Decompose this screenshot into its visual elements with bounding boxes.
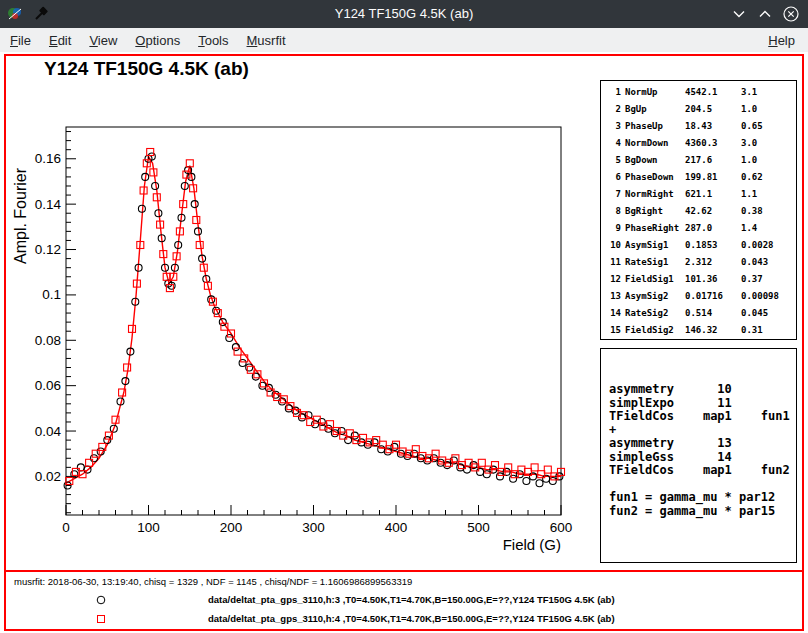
data-point [452, 455, 459, 462]
param-error: 3.0 [741, 135, 796, 152]
param-error: 0.31 [741, 322, 796, 339]
data-point [544, 466, 551, 473]
root-canvas[interactable]: Y124 TF150G 4.5K (ab) 010020030040050060… [4, 54, 804, 631]
data-point [299, 414, 306, 421]
data-point [312, 421, 319, 428]
param-value: 101.36 [685, 271, 737, 288]
param-name: PhaseDown [625, 169, 681, 186]
param-error: 1.4 [741, 220, 796, 237]
data-point [523, 478, 530, 485]
param-name: RateSig2 [625, 305, 681, 322]
param-value: 4360.3 [685, 135, 737, 152]
legend-rows: data/deltat_pta_gps_3110,h:3 ,T0=4.50K,T… [6, 590, 802, 628]
plot-svg[interactable]: 01002003004005006000.020.040.060.080.10.… [6, 56, 606, 568]
param-error: 0.0028 [741, 237, 796, 254]
data-point [373, 437, 380, 444]
param-name: AsymSig2 [625, 288, 681, 305]
theory-line: fun2 = gamma_mu * par15 [609, 505, 796, 519]
param-value: 2.312 [685, 254, 737, 271]
param-row: 9PhaseRight287.01.4 [607, 220, 796, 237]
param-error: 3.1 [741, 84, 796, 101]
data-point [393, 441, 400, 448]
data-point [193, 217, 200, 224]
data-point [191, 201, 198, 208]
menu-item-musrfit[interactable]: Musrfit [238, 30, 295, 51]
param-name: FieldSig1 [625, 271, 681, 288]
param-idx: 6 [607, 169, 621, 186]
menu-item-file[interactable]: File [0, 30, 40, 51]
param-idx: 15 [607, 322, 621, 339]
param-idx: 3 [607, 118, 621, 135]
param-rows: 1NormUp4542.13.12BgUp204.51.03PhaseUp18.… [607, 84, 796, 339]
param-error: 0.00098 [741, 288, 796, 305]
theory-line: simpleGss 14 [609, 451, 796, 465]
param-idx: 14 [607, 305, 621, 322]
data-point [391, 443, 398, 450]
legend-label: data/deltat_pta_gps_3110,h:3 ,T0=4.50K,T… [196, 594, 615, 605]
param-value: 42.62 [685, 203, 737, 220]
circle-marker-icon [6, 594, 196, 606]
footer-pave[interactable]: musrfit: 2018-06-30, 13:19:40, chisq = 1… [6, 570, 802, 629]
param-name: NormUp [625, 84, 681, 101]
theory-line: simplExpo 11 [609, 397, 796, 411]
param-value: 4542.1 [685, 84, 737, 101]
menu-item-options[interactable]: Options [126, 30, 189, 51]
param-idx: 10 [607, 237, 621, 254]
param-row: 8BgRight42.620.38 [607, 203, 796, 220]
theory-line [609, 478, 796, 492]
param-row: 15FieldSig2146.320.31 [607, 322, 796, 339]
data-point [147, 149, 154, 156]
param-idx: 7 [607, 186, 621, 203]
param-row: 5BgDown217.61.0 [607, 152, 796, 169]
param-name: AsymSig1 [625, 237, 681, 254]
param-row: 2BgUp204.51.0 [607, 101, 796, 118]
data-point [360, 434, 367, 441]
data-point [510, 475, 517, 482]
theory-pave[interactable]: asymmetry 10simplExpo 11TFieldCos map1 f… [600, 348, 797, 563]
data-point [166, 285, 173, 292]
param-name: FieldSig2 [625, 322, 681, 339]
pin-icon[interactable] [32, 5, 50, 23]
param-row: 7NormRight621.11.1 [607, 186, 796, 203]
param-name: PhaseRight [625, 220, 681, 237]
canvas-outer: Y124 TF150G 4.5K (ab) 010020030040050060… [0, 52, 808, 633]
param-name: BgRight [625, 203, 681, 220]
data-point [536, 480, 543, 487]
menu-item-tools[interactable]: Tools [189, 30, 237, 51]
param-error: 1.1 [741, 186, 796, 203]
menu-item-edit[interactable]: Edit [40, 30, 80, 51]
maximize-button[interactable] [756, 5, 774, 23]
param-row: 4NormDown4360.33.0 [607, 135, 796, 152]
y-tick-label: 0.14 [35, 197, 62, 212]
fit-info: musrfit: 2018-06-30, 13:19:40, chisq = 1… [14, 576, 412, 587]
param-value: 204.5 [685, 101, 737, 118]
param-error: 0.38 [741, 203, 796, 220]
data-point [505, 464, 512, 471]
param-error: 1.0 [741, 152, 796, 169]
app-icon [6, 5, 24, 23]
minimize-button[interactable] [730, 5, 748, 23]
param-error: 1.0 [741, 101, 796, 118]
data-point [351, 432, 358, 439]
close-button[interactable] [782, 5, 800, 23]
param-error: 0.37 [741, 271, 796, 288]
param-pave[interactable]: 1NormUp4542.13.12BgUp204.51.03PhaseUp18.… [600, 80, 797, 340]
param-value: 199.81 [685, 169, 737, 186]
param-row: 12FieldSig1101.360.37 [607, 271, 796, 288]
data-point [483, 471, 490, 478]
theory-line: TFieldCos map1 fun2 [609, 464, 796, 478]
param-name: NormRight [625, 186, 681, 203]
window-title: Y124 TF150G 4.5K (ab) [0, 0, 808, 28]
data-point [549, 478, 556, 485]
y-tick-label: 0.08 [35, 333, 61, 348]
param-idx: 5 [607, 152, 621, 169]
param-error: 0.62 [741, 169, 796, 186]
y-tick-label: 0.02 [35, 469, 61, 484]
menu-item-view[interactable]: View [80, 30, 126, 51]
param-row: 1NormUp4542.13.1 [607, 84, 796, 101]
theory-line: TFieldCos map1 fun1 [609, 410, 796, 424]
square-marker-icon [6, 613, 196, 625]
x-tick-label: 0 [62, 520, 70, 535]
param-value: 0.01716 [685, 288, 737, 305]
menu-item-help[interactable]: Help [759, 30, 804, 51]
